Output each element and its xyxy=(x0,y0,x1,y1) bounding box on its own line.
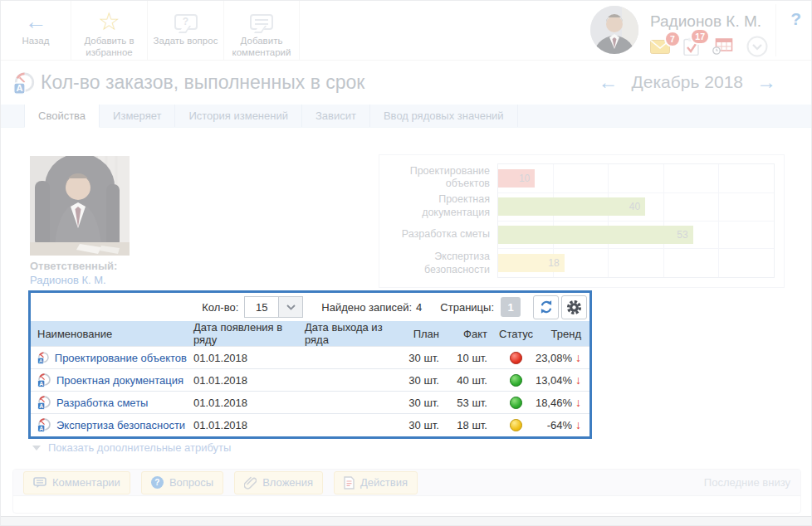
comments-label: Комментарии xyxy=(52,476,120,489)
row-fact: 53 шт. xyxy=(448,392,496,414)
table-controls: Кол-во: 15 Найдено записей: 4 Страницы: … xyxy=(31,293,589,321)
page-1-button[interactable]: 1 xyxy=(501,297,521,317)
row-fact: 40 шт. xyxy=(448,369,496,392)
add-favorite-label: Добавить в избранное xyxy=(71,36,147,59)
attachments-button[interactable]: Вложения xyxy=(234,471,323,494)
column-header-status[interactable]: Статус xyxy=(496,321,536,347)
row-appeared-date: 01.01.2018 xyxy=(190,369,301,392)
chart-bar: 10 xyxy=(498,169,535,188)
add-favorite-button[interactable]: ☆ Добавить в избранное xyxy=(71,1,147,60)
svg-text:A: A xyxy=(39,380,43,386)
chart-bar-value: 18 xyxy=(548,257,564,269)
comment-icon xyxy=(33,477,46,489)
gear-icon xyxy=(566,300,582,315)
row-appeared-date: 01.01.2018 xyxy=(190,347,301,369)
column-header-plan[interactable]: План xyxy=(401,321,448,347)
row-plan: 30 шт. xyxy=(401,369,448,392)
responsible-photo xyxy=(30,156,130,256)
avatar-image xyxy=(590,6,638,54)
responsible-label: Ответственный: xyxy=(30,260,117,272)
user-block: Радионов К. М. 7 xyxy=(590,6,768,61)
tab-measures[interactable]: Измеряет xyxy=(100,105,175,127)
select-chevron-icon xyxy=(279,296,303,318)
tab-change-history[interactable]: История изменений xyxy=(175,105,302,127)
status-indicator xyxy=(510,419,522,431)
found-label: Найдено записей: xyxy=(321,301,412,314)
found-count: 4 xyxy=(416,301,422,314)
chart-category-labels: Проектирование объектов Проектная докуме… xyxy=(384,163,497,278)
status-indicator xyxy=(510,352,522,364)
table-header-row: Наименование Дата появления в ряду Дата … xyxy=(31,321,589,347)
rows-per-page-select[interactable]: 15 xyxy=(244,296,303,318)
trend-down-icon: ↓ xyxy=(575,418,581,431)
task-badge: 17 xyxy=(690,28,710,45)
trend-down-icon: ↓ xyxy=(575,373,581,387)
column-header-name[interactable]: Наименование xyxy=(31,321,190,347)
questions-button[interactable]: ? Вопросы xyxy=(141,471,223,494)
row-trend: -18,46% xyxy=(536,397,572,409)
mail-notifications[interactable]: 7 xyxy=(650,40,670,57)
row-name-link[interactable]: Проектирование объектов xyxy=(55,352,187,364)
column-header-fact[interactable]: Факт xyxy=(448,321,496,347)
latest-order-toggle[interactable]: Последние внизу xyxy=(704,476,790,489)
column-header-appeared[interactable]: Дата появления в ряду xyxy=(190,321,301,347)
refresh-button[interactable] xyxy=(533,295,559,319)
chart-bar: 40 xyxy=(498,197,645,216)
chart-category-label: Разработка сметы xyxy=(384,221,497,250)
column-header-left[interactable]: Дата выхода из ряда xyxy=(301,321,401,347)
document-icon xyxy=(344,476,355,489)
period-navigation: ← Декабрь 2018 → xyxy=(599,72,776,92)
user-menu-toggle[interactable] xyxy=(746,36,768,61)
questions-label: Вопросы xyxy=(169,476,213,489)
comment-bubble-icon xyxy=(250,14,273,30)
chart-bar: 18 xyxy=(498,254,565,272)
status-indicator xyxy=(510,374,522,387)
prev-period-button[interactable]: ← xyxy=(599,72,619,92)
add-comment-button[interactable]: Добавить комментарий xyxy=(223,1,300,60)
actions-label: Действия xyxy=(360,476,408,489)
pages-label: Страницы: xyxy=(440,301,494,314)
add-comment-label: Добавить комментарий xyxy=(224,36,299,59)
back-button[interactable]: ← Назад xyxy=(1,1,71,60)
svg-text:A: A xyxy=(16,83,22,93)
avatar[interactable] xyxy=(590,6,638,54)
toolbar-separator xyxy=(775,4,776,56)
indicator-rows-table: Наименование Дата появления в ряду Дата … xyxy=(31,321,589,436)
show-attributes-label: Показать дополнительные атрибуты xyxy=(48,441,231,454)
chart-bar-value: 10 xyxy=(519,173,535,184)
row-appeared-date: 01.01.2018 xyxy=(190,392,301,414)
ask-question-button[interactable]: ? Задать вопрос xyxy=(147,1,223,60)
row-trend: -13,04% xyxy=(536,374,572,387)
comments-button[interactable]: Комментарии xyxy=(23,471,130,494)
user-name: Радионов К. М. xyxy=(650,12,768,31)
column-header-trend[interactable]: Тренд xyxy=(536,321,589,347)
table-row: A Проектирование объектов 01.01.2018 30 … xyxy=(31,347,589,369)
bar-chart-panel: Проектирование объектов Проектная докуме… xyxy=(379,154,785,288)
show-attributes-link[interactable]: Показать дополнительные атрибуты xyxy=(32,441,231,454)
row-name-link[interactable]: Разработка сметы xyxy=(56,397,148,409)
tab-depends[interactable]: Зависит xyxy=(302,105,370,127)
chart-bar-value: 40 xyxy=(629,201,645,212)
next-period-button[interactable]: → xyxy=(756,72,776,92)
row-name-link[interactable]: Проектная документация xyxy=(56,374,183,387)
chart-plot-area: 10 40 53 18 xyxy=(497,163,775,278)
chart-category-label: Проектная документация xyxy=(384,192,497,222)
tab-bar: Свойства Измеряет История изменений Зави… xyxy=(1,105,811,128)
indicator-gauge-icon: A xyxy=(37,373,51,387)
task-notifications[interactable]: 17 xyxy=(683,37,699,59)
bottom-strip xyxy=(1,516,811,525)
trend-down-icon: ↓ xyxy=(575,351,581,364)
tab-row-values-input[interactable]: Ввод рядовых значений xyxy=(370,105,518,127)
settings-button[interactable] xyxy=(561,295,587,319)
help-button[interactable]: ? xyxy=(790,9,801,29)
calendar-button[interactable] xyxy=(712,38,733,58)
tab-properties[interactable]: Свойства xyxy=(24,105,100,128)
row-fact: 10 шт. xyxy=(448,347,496,369)
row-trend: -64% xyxy=(547,419,572,431)
row-name-link[interactable]: Экспертиза безопасности xyxy=(56,419,185,431)
question-bubble-icon: ? xyxy=(174,14,198,30)
row-appeared-date: 01.01.2018 xyxy=(190,414,301,436)
responsible-name-link[interactable]: Радионов К. М. xyxy=(30,274,106,286)
row-left-date xyxy=(301,369,401,392)
actions-button[interactable]: Действия xyxy=(334,471,418,494)
